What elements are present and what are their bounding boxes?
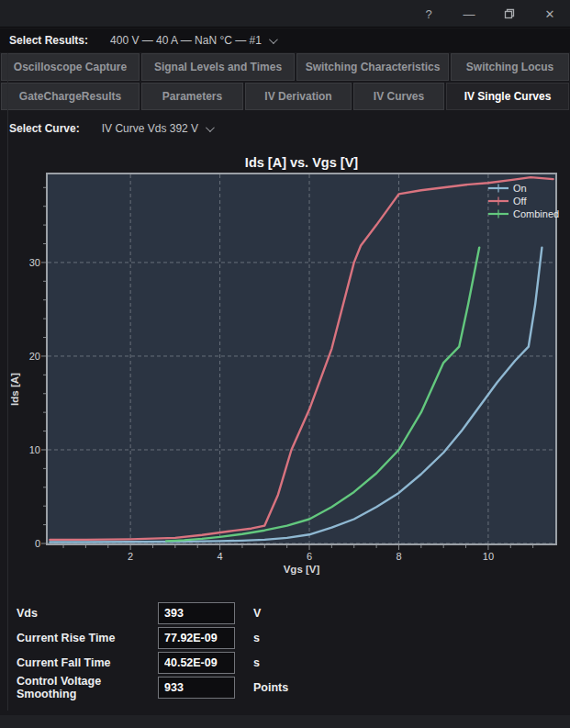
tab-label: IV Single Curves [464,90,552,103]
x-tick-label: 6 [307,551,312,562]
tab-oscilloscope-capture[interactable]: Oscilloscope Capture [1,53,140,81]
current-fall-time-label: Current Fall Time [17,656,158,669]
x-tick-label: 4 [218,551,223,562]
y-tick-label: 10 [6,444,40,455]
curve-dropdown-value: IV Curve Vds 392 V [102,122,198,135]
plot-canvas [48,174,555,543]
restore-icon [504,8,515,19]
minimize-icon: — [464,7,475,21]
tab-switching-characteristics[interactable]: Switching Characteristics [296,53,449,81]
chevron-down-icon [269,35,278,44]
tab-label: Signal Levels and Times [154,61,282,73]
tab-label: Switching Locus [466,61,553,73]
legend-line-icon [487,208,509,219]
tab-switching-locus[interactable]: Switching Locus [451,53,569,81]
series-line-on [50,248,542,543]
current-fall-time-input[interactable] [158,652,235,674]
plot-area [46,173,557,545]
help-button[interactable]: ? [408,0,449,28]
tab-label: IV Derivation [264,90,331,103]
parameters-form: Vds V Current Rise Time s Current Fall T… [17,600,549,700]
results-bar: Select Results: 400 V — 40 A — NaN °C — … [0,28,570,52]
y-tick-label: 20 [6,351,40,362]
tab-label: Parameters [162,90,222,103]
vds-label: Vds [17,607,158,620]
select-curve-label: Select Curve: [9,122,80,135]
control-voltage-smoothing-label: Control Voltage Smoothing [17,675,158,700]
x-axis-label: Vgs [V] [48,564,555,575]
titlebar: ? — ✕ [0,0,570,28]
current-rise-time-label: Current Rise Time [17,632,158,644]
current-rise-time-input[interactable] [158,627,235,649]
legend-label: Off [513,196,526,207]
current-rise-time-unit: s [253,632,549,644]
tab-iv-derivation[interactable]: IV Derivation [245,83,352,110]
tab-label: Oscilloscope Capture [14,61,127,73]
series-line-combined [166,248,479,542]
y-tick-label: 0 [6,538,40,549]
legend-item-on: On [487,183,559,194]
tab-signal-levels-and-times[interactable]: Signal Levels and Times [141,53,295,81]
tab-label: Switching Characteristics [306,61,441,73]
x-tick-label: 2 [128,551,133,562]
form-row-control-voltage-smoothing: Control Voltage Smoothing Points [17,675,549,700]
legend-label: Combined [513,208,559,219]
restore-button[interactable] [489,0,530,28]
help-icon: ? [425,7,431,21]
legend-line-icon [487,183,509,194]
control-voltage-smoothing-input[interactable] [158,677,235,699]
y-axis-label: Ids [A] [9,362,20,417]
series-line-off [50,177,553,540]
tab-label: GateChargeResults [19,90,121,103]
y-tick-label: 30 [6,257,40,268]
results-dropdown[interactable]: 400 V — 40 A — NaN °C — #1 [110,34,275,47]
footer-strip [0,715,570,728]
minimize-button[interactable]: — [449,0,489,28]
legend-label: On [513,183,527,194]
curve-dropdown[interactable]: IV Curve Vds 392 V [102,122,212,135]
x-tick-label: 10 [483,551,494,562]
tab-row-1: Oscilloscope Capture Signal Levels and T… [1,53,569,81]
select-results-label: Select Results: [9,34,88,47]
legend-line-icon [487,196,509,207]
vds-input[interactable] [158,602,235,624]
results-dropdown-value: 400 V — 40 A — NaN °C — #1 [110,34,262,47]
tab-parameters[interactable]: Parameters [141,83,243,110]
form-row-current-fall-time: Current Fall Time s [17,650,549,675]
tab-iv-single-curves[interactable]: IV Single Curves [446,83,569,110]
tab-iv-curves[interactable]: IV Curves [353,83,444,110]
legend-item-combined: Combined [487,208,559,219]
app-window: ? — ✕ Select Results: 400 V — 40 A — NaN… [0,0,570,728]
control-voltage-smoothing-unit: Points [253,681,549,694]
legend-item-off: Off [487,196,559,207]
close-button[interactable]: ✕ [530,0,570,28]
chart-title: Ids [A] vs. Vgs [V] [48,155,555,170]
chart-region: Ids [A] vs. Vgs [V] Vgs [V] Ids [A] On O… [0,150,570,594]
tab-gatechargeresults[interactable]: GateChargeResults [1,83,140,110]
tab-row-2: GateChargeResults Parameters IV Derivati… [1,83,569,110]
chart-legend: On Off Combined [487,183,559,219]
form-row-vds: Vds V [17,600,549,625]
tab-label: IV Curves [374,90,424,103]
form-row-current-rise-time: Current Rise Time s [17,625,549,650]
curve-bar: Select Curve: IV Curve Vds 392 V [0,116,570,141]
current-fall-time-unit: s [253,656,549,669]
close-icon: ✕ [545,7,555,21]
chevron-down-icon [206,123,215,132]
x-tick-label: 8 [396,551,401,562]
vds-unit: V [253,607,549,620]
